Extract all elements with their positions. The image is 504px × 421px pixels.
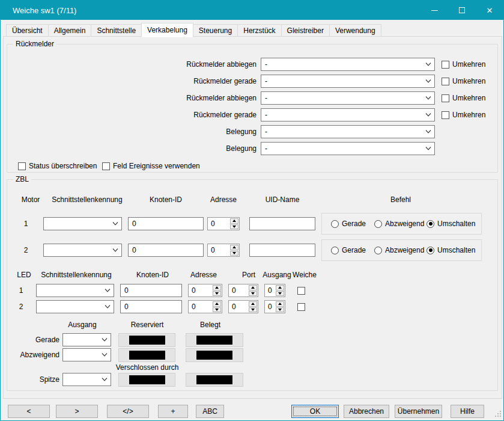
spinner-value[interactable] xyxy=(189,301,212,313)
spin-up-button[interactable] xyxy=(249,285,257,290)
tab-verkabelung[interactable]: Verkabelung xyxy=(141,23,193,37)
motor-1-knoten-input[interactable] xyxy=(128,217,204,230)
motor-1-adresse-spinner[interactable] xyxy=(207,217,240,230)
spin-up-button[interactable] xyxy=(276,301,284,307)
spin-down-button[interactable] xyxy=(230,224,238,230)
umkehren-checkbox-4[interactable]: Umkehren xyxy=(442,111,485,119)
tab-verwendung[interactable]: Verwendung xyxy=(329,24,381,37)
motor-2-knoten-input[interactable] xyxy=(128,244,204,257)
led-2-weiche-checkbox[interactable] xyxy=(297,303,305,311)
motor-1-befehl-group: Gerade Abzweigend Umschalten xyxy=(321,213,482,235)
tab-steuerung[interactable]: Steuerung xyxy=(193,24,238,37)
minimize-button[interactable] xyxy=(421,1,448,20)
spinner-value[interactable] xyxy=(208,244,229,256)
motor-1-uid-input[interactable] xyxy=(249,217,315,230)
spin-down-button[interactable] xyxy=(249,307,257,313)
nav-prev-button[interactable]: < xyxy=(8,405,50,418)
checkbox-box xyxy=(442,78,449,85)
tab-gleistreiber[interactable]: Gleistreiber xyxy=(281,24,330,37)
feld-ereignisse-checkbox[interactable]: Feld Ereignisse verwenden xyxy=(102,162,200,170)
spin-down-button[interactable] xyxy=(276,307,284,313)
spitze-ausgang-select[interactable] xyxy=(62,373,111,386)
led-1-schnittstelle-select[interactable] xyxy=(36,284,114,297)
rueckmelder-gerade-2-select[interactable]: - xyxy=(261,108,435,121)
maximize-button[interactable] xyxy=(448,1,476,20)
gerade-ausgang-select[interactable] xyxy=(62,333,111,346)
spin-up-button[interactable] xyxy=(230,245,238,250)
maximize-icon xyxy=(459,7,465,13)
spinner-value[interactable] xyxy=(265,301,275,313)
spin-up-button[interactable] xyxy=(213,301,221,307)
led-1-weiche-checkbox[interactable] xyxy=(297,286,305,295)
motor-1-radio-umschalten[interactable]: Umschalten xyxy=(427,214,475,234)
belegung-2-select[interactable]: - xyxy=(261,142,435,155)
motor-2-radio-abzweigend[interactable]: Abzweigend xyxy=(374,240,424,260)
nav-abc-button[interactable]: ABC xyxy=(196,405,224,418)
led-2-knoten-input[interactable] xyxy=(120,300,182,313)
spinner-value[interactable] xyxy=(208,218,229,230)
motor-1-radio-gerade[interactable]: Gerade xyxy=(331,214,366,234)
led-2-port-spinner[interactable] xyxy=(228,300,258,313)
spin-up-button[interactable] xyxy=(213,285,221,290)
resize-grip[interactable] xyxy=(495,410,501,419)
tab-herzstueck[interactable]: Herzstück xyxy=(237,24,281,37)
led-1-knoten-input[interactable] xyxy=(120,284,182,297)
motor-2-radio-gerade[interactable]: Gerade xyxy=(331,240,366,260)
abbrechen-button[interactable]: Abbrechen xyxy=(344,405,389,418)
spin-down-button[interactable] xyxy=(276,291,284,297)
nav-next-button[interactable]: > xyxy=(56,405,98,418)
umkehren-checkbox-2[interactable]: Umkehren xyxy=(442,77,485,85)
led-2-ausgang-spinner[interactable] xyxy=(264,300,285,313)
schnittstellenkennung-header: Schnittstellenkennung xyxy=(45,195,129,204)
led-2-adresse-spinner[interactable] xyxy=(188,300,222,313)
ok-button[interactable]: OK xyxy=(291,405,339,418)
motor-1-radio-abzweigend[interactable]: Abzweigend xyxy=(374,214,424,234)
spinner-value[interactable] xyxy=(189,284,212,297)
umkehren-checkbox-1[interactable]: Umkehren xyxy=(442,60,485,69)
spinner-value[interactable] xyxy=(229,301,248,313)
rueckmelder-group-title: Rückmelder xyxy=(13,40,56,48)
spin-up-button[interactable] xyxy=(230,218,238,224)
redacted-value xyxy=(129,351,165,360)
close-button[interactable]: ✕ xyxy=(476,1,503,20)
motor-1-schnittstelle-select[interactable] xyxy=(43,217,122,230)
rueckmelder-gerade-1-select[interactable]: - xyxy=(261,75,435,88)
led-1-port-spinner[interactable] xyxy=(228,284,258,297)
tab-uebersicht[interactable]: Übersicht xyxy=(6,24,49,37)
spin-down-button[interactable] xyxy=(213,307,221,313)
spin-down-button[interactable] xyxy=(230,251,238,256)
motor-2-adresse-spinner[interactable] xyxy=(207,244,240,257)
spinner-value[interactable] xyxy=(265,284,275,297)
motor-2-schnittstelle-select[interactable] xyxy=(43,244,122,257)
umkehren-checkbox-3[interactable]: Umkehren xyxy=(442,94,485,102)
rueckmelder-abbiegen-1-select[interactable]: - xyxy=(261,58,435,71)
nav-add-button[interactable]: + xyxy=(158,405,188,418)
motor-2-radio-umschalten[interactable]: Umschalten xyxy=(427,240,475,260)
checkbox-label: Status überschreiben xyxy=(29,162,97,170)
led-2-schnittstelle-select[interactable] xyxy=(36,300,114,313)
arrow-up-icon xyxy=(232,246,236,248)
spinner-buttons xyxy=(248,301,258,313)
spin-up-button[interactable] xyxy=(276,285,284,290)
tab-allgemein[interactable]: Allgemein xyxy=(48,24,92,37)
window-title: Weiche sw1 (7/11) xyxy=(13,6,76,15)
belegung-1-select[interactable]: - xyxy=(261,125,435,138)
abzweigend-ausgang-select[interactable] xyxy=(62,348,111,361)
hilfe-button[interactable]: Hilfe xyxy=(451,405,484,418)
spinner-value[interactable] xyxy=(229,284,248,297)
spin-up-button[interactable] xyxy=(249,301,257,307)
led-1-adresse-spinner[interactable] xyxy=(188,284,222,297)
motor-2-uid-input[interactable] xyxy=(249,244,315,257)
uebernehmen-button[interactable]: Übernehmen xyxy=(395,405,442,418)
titlebar[interactable]: Weiche sw1 (7/11) ✕ xyxy=(1,1,503,20)
rueckmelder-abbiegen-2-select[interactable]: - xyxy=(261,91,435,105)
nav-code-button[interactable]: </> xyxy=(107,405,149,418)
arrow-down-icon xyxy=(251,309,255,311)
radio-label: Umschalten xyxy=(437,220,475,228)
rueckmelder-row-label: Rückmelder gerade xyxy=(7,75,257,88)
spin-down-button[interactable] xyxy=(249,291,257,297)
status-ueberschreiben-checkbox[interactable]: Status überschreiben xyxy=(18,162,97,170)
led-1-ausgang-spinner[interactable] xyxy=(264,284,285,297)
spin-down-button[interactable] xyxy=(213,291,221,297)
tab-schnittstelle[interactable]: Schnittstelle xyxy=(91,24,142,37)
